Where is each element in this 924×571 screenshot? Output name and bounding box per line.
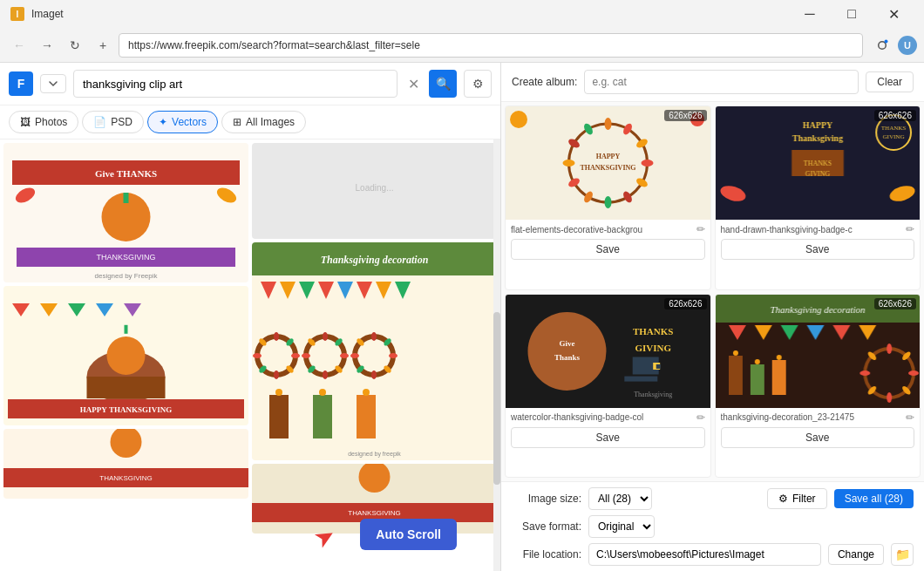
card-footer-4: thanksgiving-decoration_23-21475 ✏ xyxy=(716,408,921,427)
freepik-logo: F xyxy=(9,71,33,96)
tab-photos-label: Photos xyxy=(35,116,67,128)
album-input[interactable] xyxy=(584,70,859,94)
filename-1: flat-elements-decorative-backgrou xyxy=(511,225,693,235)
maximize-button[interactable]: □ xyxy=(832,0,872,28)
open-folder-button[interactable]: 📁 xyxy=(891,543,914,566)
left-panel: F ✕ 🔍 ⚙ 🖼 Photos 📄 PSD ✦ Vectors xyxy=(0,63,501,571)
photos-icon: 🖼 xyxy=(20,116,31,128)
back-button[interactable]: ← xyxy=(7,33,31,58)
main-container: F ✕ 🔍 ⚙ 🖼 Photos 📄 PSD ✦ Vectors xyxy=(0,63,924,571)
change-location-button[interactable]: Change xyxy=(828,544,884,565)
image-size-badge-2: 626x626 xyxy=(874,110,916,121)
psd-icon: 📄 xyxy=(93,116,106,128)
bottom-controls: Image size: All (28) ⚙ Filter Save all (… xyxy=(501,481,924,571)
left-image-5[interactable] xyxy=(252,242,497,460)
image-size-label: Image size: xyxy=(512,493,581,505)
edit-icon-3[interactable]: ✏ xyxy=(696,411,705,424)
edit-icon-4[interactable]: ✏ xyxy=(906,411,914,424)
card-footer-1: flat-elements-decorative-backgrou ✏ xyxy=(506,220,710,239)
left-col-2 xyxy=(252,143,497,568)
minimize-button[interactable]: ─ xyxy=(790,0,830,28)
clear-button[interactable]: Clear xyxy=(866,71,914,92)
extension-button[interactable] xyxy=(870,33,894,58)
image-size-badge-3: 626x626 xyxy=(664,298,706,309)
search-clear-button[interactable]: ✕ xyxy=(404,75,422,92)
tab-psd-label: PSD xyxy=(111,116,132,128)
tab-vectors-label: Vectors xyxy=(172,116,207,128)
save-all-button[interactable]: Save all (28) xyxy=(834,489,914,508)
file-location-input[interactable] xyxy=(588,543,821,566)
forward-button[interactable]: → xyxy=(35,33,59,58)
tab-all-images-label: All Images xyxy=(246,116,295,128)
nav-bar: ← → ↻ + U xyxy=(0,28,924,63)
left-image-grid xyxy=(0,139,500,571)
right-image-card-2: 626x626 hand-drawn-thanksgiving-badge-c … xyxy=(715,105,921,290)
tab-all-images[interactable]: ⊞ All Images xyxy=(221,111,306,133)
image-size-badge-1: 626x626 xyxy=(664,110,706,121)
right-image-2[interactable] xyxy=(716,106,921,220)
file-location-row: File location: Change 📁 xyxy=(512,543,914,566)
extensions-area: U xyxy=(870,33,917,58)
filter-settings-button[interactable]: ⚙ xyxy=(464,70,492,98)
app-title: Imaget xyxy=(31,8,64,20)
right-image-card-3: 626x626 watercolor-thanksgiving-badge-co… xyxy=(505,294,711,479)
save-button-4[interactable]: Save xyxy=(721,427,915,448)
album-bar: Create album: Clear xyxy=(501,63,924,102)
save-button-2[interactable]: Save xyxy=(721,239,915,260)
title-bar: I Imaget ─ □ ✕ xyxy=(0,0,924,28)
source-selector[interactable] xyxy=(40,74,66,93)
filter-tabs: 🖼 Photos 📄 PSD ✦ Vectors ⊞ All Images xyxy=(0,105,500,139)
vectors-icon: ✦ xyxy=(159,116,167,128)
save-format-row: Save format: Original xyxy=(512,515,914,538)
auto-scroll-button[interactable]: Auto Scroll xyxy=(360,519,457,550)
profile-avatar: U xyxy=(898,36,917,55)
all-images-icon: ⊞ xyxy=(233,116,241,128)
left-image-3[interactable] xyxy=(3,429,248,499)
image-size-select[interactable]: All (28) xyxy=(588,487,652,510)
album-label: Create album: xyxy=(512,76,577,88)
image-size-badge-4: 626x626 xyxy=(874,298,916,309)
left-image-1[interactable] xyxy=(3,143,248,282)
right-image-grid: 626x626 flat-elements-decorative-backgro… xyxy=(501,102,924,481)
right-image-3[interactable] xyxy=(506,295,710,408)
new-tab-button[interactable]: + xyxy=(91,33,115,58)
scroll-thumb xyxy=(493,312,500,485)
search-input[interactable] xyxy=(73,70,397,98)
right-image-1[interactable] xyxy=(506,106,710,220)
right-image-card-4: 626x626 thanksgiving-decoration_23-21475… xyxy=(715,294,921,479)
filename-2: hand-drawn-thanksgiving-badge-c xyxy=(721,225,903,235)
title-bar-left: I Imaget xyxy=(10,7,64,21)
left-image-4[interactable] xyxy=(252,143,497,239)
left-col-1 xyxy=(3,143,248,568)
card-footer-2: hand-drawn-thanksgiving-badge-c ✏ xyxy=(716,220,921,239)
filename-4: thanksgiving-decoration_23-21475 xyxy=(721,412,903,422)
window-controls: ─ □ ✕ xyxy=(790,0,914,28)
edit-icon-1[interactable]: ✏ xyxy=(696,223,705,235)
file-location-label: File location: xyxy=(512,548,581,561)
svg-point-0 xyxy=(885,39,888,43)
address-bar[interactable] xyxy=(119,33,863,58)
filter-action-button[interactable]: ⚙ Filter xyxy=(767,488,827,509)
format-select[interactable]: Original xyxy=(588,515,655,538)
image-size-row: Image size: All (28) ⚙ Filter Save all (… xyxy=(512,487,914,510)
right-image-4[interactable] xyxy=(716,295,921,408)
edit-icon-2[interactable]: ✏ xyxy=(906,223,914,235)
left-image-2[interactable] xyxy=(3,286,248,425)
right-panel: Create album: Clear 626x626 flat-element… xyxy=(501,63,924,571)
search-area: F ✕ 🔍 ⚙ xyxy=(0,63,500,105)
search-button[interactable]: 🔍 xyxy=(429,70,457,98)
tab-psd[interactable]: 📄 PSD xyxy=(82,111,144,133)
right-image-card-1: 626x626 flat-elements-decorative-backgro… xyxy=(505,105,711,290)
save-button-1[interactable]: Save xyxy=(511,239,705,260)
card-footer-3: watercolor-thanksgiving-badge-col ✏ xyxy=(506,408,710,427)
tab-vectors[interactable]: ✦ Vectors xyxy=(147,111,218,133)
close-button[interactable]: ✕ xyxy=(873,0,914,28)
refresh-button[interactable]: ↻ xyxy=(63,33,87,58)
save-format-label: Save format: xyxy=(512,520,581,533)
tab-photos[interactable]: 🖼 Photos xyxy=(9,111,78,133)
filter-action-icon: ⚙ xyxy=(778,493,788,505)
save-button-3[interactable]: Save xyxy=(511,427,705,448)
filename-3: watercolor-thanksgiving-badge-col xyxy=(511,412,693,422)
scroll-bar[interactable] xyxy=(493,139,500,571)
app-icon: I xyxy=(10,7,24,21)
